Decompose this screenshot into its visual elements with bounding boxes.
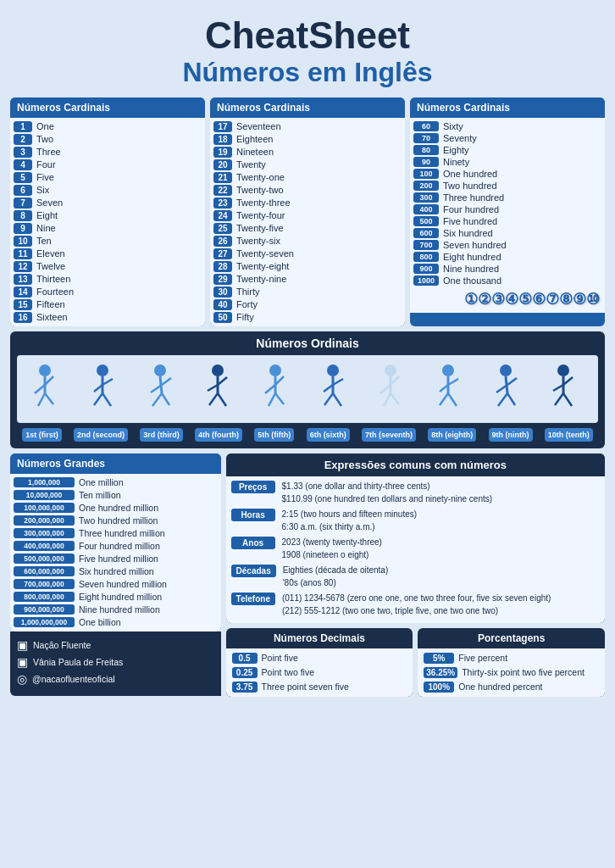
cardinais-col3-body: 60Sixty70Seventy80Eighty90Ninety100One h… <box>410 118 605 313</box>
ordinal-badge: 8th (eighth) <box>428 428 476 442</box>
svg-point-0 <box>39 364 51 376</box>
num-badge: 1000 <box>413 275 439 286</box>
num-badge: 300 <box>413 192 439 203</box>
list-item: 2Two <box>10 133 205 146</box>
svg-point-48 <box>500 364 512 376</box>
list-item: 0.5Point five <box>230 651 410 665</box>
list-item: 14Fourteen <box>10 286 205 298</box>
porc-badge: 5% <box>424 653 454 664</box>
footer-item: ▣Vânia Paula de Freitas <box>17 655 214 669</box>
title-sub: Números em Inglês <box>10 56 605 88</box>
num-badge: 28 <box>213 261 232 272</box>
porcentagens-header: Porcentagens <box>418 628 605 648</box>
num-badge: 40 <box>213 299 232 310</box>
svg-point-6 <box>97 364 108 376</box>
num-text: Five hundred <box>443 216 497 226</box>
list-item: 12Twelve <box>10 260 205 273</box>
num-badge: 18 <box>213 134 232 145</box>
grandes-section: Números Grandes 1,000,000One million10,0… <box>10 453 221 632</box>
grande-badge: 200,000,000 <box>14 515 75 526</box>
grande-badge: 300,000,000 <box>14 528 75 538</box>
list-item: 18Eighteen <box>210 133 405 146</box>
cardinais-col2-body: 17Seventeen18Eighteen19Nineteen20Twenty2… <box>210 118 405 326</box>
num-text: Six <box>36 185 49 195</box>
ordinal-badge: 1st (first) <box>22 428 62 442</box>
list-item: 600,000,000Six hundred million <box>10 565 221 578</box>
grande-text: Seven hundred million <box>79 579 167 589</box>
num-text: Twenty <box>236 159 266 170</box>
list-item: 7Seven <box>10 197 205 209</box>
num-text: One <box>36 121 54 131</box>
num-text: Fifteen <box>36 299 65 309</box>
list-item: 80Eighty <box>410 144 605 156</box>
svg-line-11 <box>102 393 111 406</box>
svg-line-16 <box>152 393 162 406</box>
grandes-body: 1,000,000One million10,000,000Ten millio… <box>10 474 221 632</box>
num-badge: 21 <box>213 172 232 183</box>
num-badge: 900 <box>413 264 439 274</box>
svg-line-20 <box>208 385 218 391</box>
svg-line-52 <box>498 393 507 406</box>
title-block: CheatSheet Números em Inglês <box>10 8 605 97</box>
list-item: 23Twenty-three <box>210 197 405 209</box>
expr-line: 2:15 (two hours and fifteen minutes) <box>282 508 418 520</box>
bottom-grid: Números Grandes 1,000,000One million10,0… <box>10 453 605 697</box>
title-main: CheatSheet <box>10 15 605 56</box>
num-text: Three <box>36 147 61 157</box>
expr-content: 2023 (twenty twenty-three)1908 (nineteen… <box>282 536 382 561</box>
porc-text: Five percent <box>458 653 507 663</box>
num-text: Thirty <box>236 287 260 297</box>
num-badge: 7 <box>14 198 32 209</box>
list-item: 700Seven hundred <box>410 239 605 251</box>
grande-text: One billion <box>79 617 121 627</box>
svg-line-17 <box>162 393 169 405</box>
runners-svg <box>19 359 596 420</box>
list-item: 1,000,000One million <box>10 476 221 489</box>
list-item: 200,000,000Two hundred million <box>10 515 221 527</box>
ordinais-badges: 1st (first)2nd (second)3rd (third)4th (f… <box>17 428 598 442</box>
num-badge: 80 <box>413 145 439 155</box>
ordinal-badge: 5th (fifth) <box>254 428 294 442</box>
list-item: 25Twenty-five <box>210 222 405 235</box>
expr-label: Horas <box>231 509 275 521</box>
num-badge: 10 <box>14 236 32 247</box>
list-item: 15Fifteen <box>10 298 205 311</box>
num-badge: 200 <box>413 181 439 191</box>
num-text: Twenty-four <box>236 210 285 220</box>
list-item: 9Nine <box>10 222 205 235</box>
num-text: Ten <box>36 236 52 246</box>
grande-badge: 400,000,000 <box>14 541 75 551</box>
dec-text: Three point seven five <box>262 682 349 692</box>
grande-text: Three hundred million <box>79 528 165 538</box>
num-text: Sixty <box>443 121 463 131</box>
list-item: 5Five <box>10 171 205 184</box>
grande-badge: 500,000,000 <box>14 554 75 564</box>
svg-line-33 <box>333 379 343 385</box>
cardinais-col2: Números Cardinais 17Seventeen18Eighteen1… <box>210 97 405 326</box>
num-text: Seventeen <box>236 121 281 131</box>
num-text: One hundred <box>443 169 497 179</box>
list-item: 60Sixty <box>410 120 605 132</box>
dec-badge: 3.75 <box>232 682 258 693</box>
expr-line: 1908 (nineteen o eight) <box>282 548 382 561</box>
num-text: Sixteen <box>36 312 68 322</box>
grande-text: Nine hundred million <box>79 604 160 615</box>
footer-item: ▣Nação Fluente <box>17 638 214 652</box>
list-item: 6Six <box>10 184 205 197</box>
num-text: Three hundred <box>443 192 504 203</box>
page: CheatSheet Números em Inglês Números Car… <box>0 0 615 709</box>
num-badge: 29 <box>213 274 232 285</box>
ordinal-badge: 10th (tenth) <box>545 428 593 442</box>
list-item: 22Twenty-two <box>210 184 405 197</box>
svg-line-40 <box>384 393 391 406</box>
svg-point-42 <box>442 364 454 376</box>
grande-badge: 900,000,000 <box>14 604 75 615</box>
grande-text: One hundred million <box>79 503 158 513</box>
num-text: Twenty-seven <box>236 248 294 259</box>
grande-text: Two hundred million <box>79 515 158 526</box>
list-item: 1,000,000,000One billion <box>10 616 221 629</box>
cardinais-col1-header: Números Cardinais <box>10 97 205 118</box>
num-text: Nine <box>36 223 56 233</box>
runners-area <box>17 355 598 423</box>
cardinais-col1-body: 1One2Two3Three4Four5Five6Six7Seven8Eight… <box>10 118 205 326</box>
